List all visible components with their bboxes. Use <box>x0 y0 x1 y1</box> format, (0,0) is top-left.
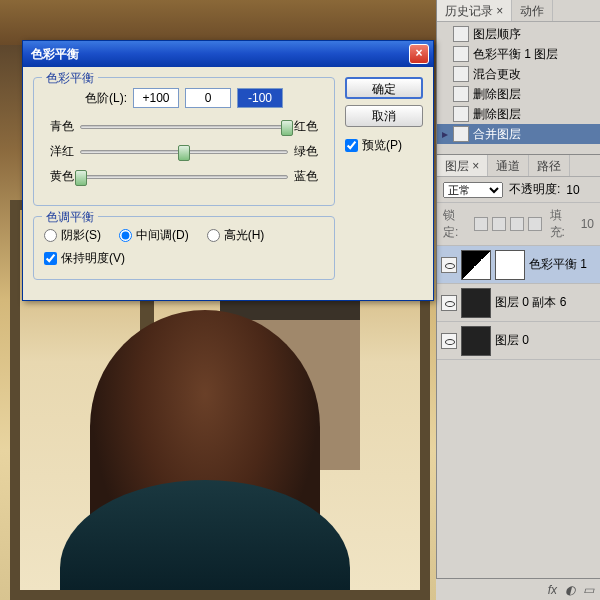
history-icon <box>453 46 469 62</box>
dialog-titlebar[interactable]: 色彩平衡 × <box>23 41 433 67</box>
history-item[interactable]: 删除图层 <box>437 104 600 124</box>
tab-channels[interactable]: 通道 <box>488 155 529 176</box>
level-yellow-input[interactable] <box>237 88 283 108</box>
history-label: 色彩平衡 1 图层 <box>473 46 558 63</box>
preserve-label: 保持明度(V) <box>61 250 125 267</box>
slider-right-label: 蓝色 <box>294 168 324 185</box>
levels-row: 色阶(L): <box>44 88 324 108</box>
layers-panel: 图层 × 通道 路径 正常 不透明度: 10 锁定: 填充: 10 色彩平衡 1 <box>437 154 600 360</box>
visibility-icon[interactable] <box>441 257 457 273</box>
radio-midtones[interactable]: 中间调(D) <box>119 227 189 244</box>
history-label: 图层顺序 <box>473 26 521 43</box>
color-balance-dialog: 色彩平衡 × 色彩平衡 色阶(L): 青色 红色 洋红 <box>22 40 434 301</box>
slider-left-label: 黄色 <box>44 168 74 185</box>
history-item[interactable]: 混合更改 <box>437 64 600 84</box>
slider-track[interactable] <box>80 125 288 129</box>
slider-track[interactable] <box>80 175 288 179</box>
history-label: 删除图层 <box>473 86 521 103</box>
group-legend: 色彩平衡 <box>42 70 98 87</box>
mask-icon[interactable]: ◐ <box>565 583 575 597</box>
ok-button[interactable]: 确定 <box>345 77 423 99</box>
fx-icon[interactable]: fx <box>548 583 557 597</box>
preview-checkbox-row[interactable]: 预览(P) <box>345 137 423 154</box>
layer-name: 图层 0 副本 6 <box>495 294 566 311</box>
dialog-title: 色彩平衡 <box>31 46 79 63</box>
slider-magenta-green: 洋红 绿色 <box>44 143 324 160</box>
layers-footer: fx ◐ ▭ <box>436 578 600 600</box>
lock-icon[interactable] <box>474 217 488 231</box>
lock-row: 锁定: 填充: 10 <box>437 203 600 246</box>
history-icon <box>453 26 469 42</box>
layer-name: 图层 0 <box>495 332 529 349</box>
opacity-value[interactable]: 10 <box>566 183 579 197</box>
lock-label: 锁定: <box>443 207 470 241</box>
history-item[interactable]: 色彩平衡 1 图层 <box>437 44 600 64</box>
level-cyan-input[interactable] <box>133 88 179 108</box>
blend-mode-select[interactable]: 正常 <box>443 182 503 198</box>
layer-row[interactable]: 图层 0 <box>437 322 600 360</box>
dialog-buttons: 确定 取消 预览(P) <box>345 77 423 290</box>
tone-balance-group: 色调平衡 阴影(S) 中间调(D) 高光(H) 保持明度(V) <box>33 216 335 280</box>
lock-icon[interactable] <box>528 217 542 231</box>
slider-handle[interactable] <box>75 170 87 186</box>
group-legend: 色调平衡 <box>42 209 98 226</box>
lock-icon[interactable] <box>510 217 524 231</box>
tab-history[interactable]: 历史记录 × <box>437 0 512 21</box>
preserve-luminosity[interactable]: 保持明度(V) <box>44 250 324 267</box>
lock-icon[interactable] <box>492 217 506 231</box>
history-icon <box>453 106 469 122</box>
fill-label: 填充: <box>550 207 577 241</box>
history-tabs: 历史记录 × 动作 <box>437 0 600 22</box>
curtain-shape <box>0 0 440 45</box>
layer-thumb <box>461 326 491 356</box>
layer-name: 色彩平衡 1 <box>529 256 587 273</box>
color-balance-group: 色彩平衡 色阶(L): 青色 红色 洋红 绿色 <box>33 77 335 206</box>
history-icon <box>453 66 469 82</box>
layer-thumb <box>461 250 491 280</box>
right-panels: 历史记录 × 动作 图层顺序 色彩平衡 1 图层 混合更改 删除图层 删除图层 … <box>436 0 600 600</box>
folder-icon[interactable]: ▭ <box>583 583 594 597</box>
layer-row[interactable]: 图层 0 副本 6 <box>437 284 600 322</box>
preview-label: 预览(P) <box>362 137 402 154</box>
dialog-left: 色彩平衡 色阶(L): 青色 红色 洋红 绿色 <box>33 77 335 290</box>
preview-checkbox[interactable] <box>345 139 358 152</box>
visibility-icon[interactable] <box>441 333 457 349</box>
preserve-checkbox[interactable] <box>44 252 57 265</box>
close-icon[interactable]: × <box>409 44 429 64</box>
history-label: 合并图层 <box>473 126 521 143</box>
layer-thumb <box>461 288 491 318</box>
opacity-label: 不透明度: <box>509 181 560 198</box>
history-label: 混合更改 <box>473 66 521 83</box>
level-magenta-input[interactable] <box>185 88 231 108</box>
history-label: 删除图层 <box>473 106 521 123</box>
radio-highlights[interactable]: 高光(H) <box>207 227 265 244</box>
slider-handle[interactable] <box>178 145 190 161</box>
history-list: 图层顺序 色彩平衡 1 图层 混合更改 删除图层 删除图层 ▸合并图层 <box>437 22 600 146</box>
slider-cyan-red: 青色 红色 <box>44 118 324 135</box>
history-item[interactable]: 图层顺序 <box>437 24 600 44</box>
cancel-button[interactable]: 取消 <box>345 105 423 127</box>
tab-layers[interactable]: 图层 × <box>437 155 488 176</box>
layer-row[interactable]: 色彩平衡 1 <box>437 246 600 284</box>
slider-track[interactable] <box>80 150 288 154</box>
dialog-body: 色彩平衡 色阶(L): 青色 红色 洋红 绿色 <box>23 67 433 300</box>
slider-left-label: 青色 <box>44 118 74 135</box>
slider-handle[interactable] <box>281 120 293 136</box>
radio-shadows[interactable]: 阴影(S) <box>44 227 101 244</box>
layer-mode-row: 正常 不透明度: 10 <box>437 177 600 203</box>
tab-paths[interactable]: 路径 <box>529 155 570 176</box>
fill-value[interactable]: 10 <box>581 217 594 231</box>
tone-radios: 阴影(S) 中间调(D) 高光(H) <box>44 227 324 244</box>
slider-right-label: 红色 <box>294 118 324 135</box>
history-icon <box>453 126 469 142</box>
history-item[interactable]: ▸合并图层 <box>437 124 600 144</box>
layer-mask <box>495 250 525 280</box>
slider-yellow-blue: 黄色 蓝色 <box>44 168 324 185</box>
layers-tabs: 图层 × 通道 路径 <box>437 155 600 177</box>
slider-left-label: 洋红 <box>44 143 74 160</box>
slider-right-label: 绿色 <box>294 143 324 160</box>
tab-actions[interactable]: 动作 <box>512 0 553 21</box>
history-item[interactable]: 删除图层 <box>437 84 600 104</box>
visibility-icon[interactable] <box>441 295 457 311</box>
levels-label: 色阶(L): <box>85 90 127 107</box>
